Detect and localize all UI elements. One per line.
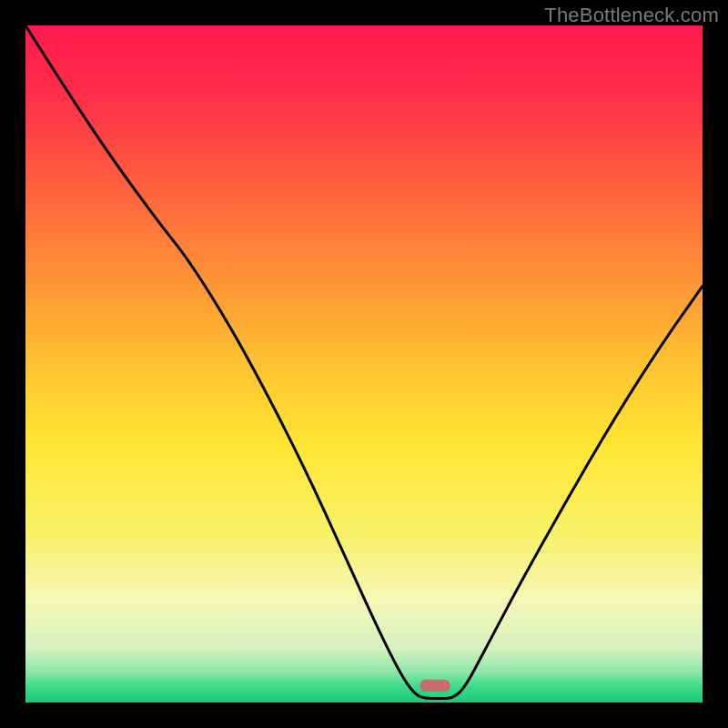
bottleneck-chart	[25, 25, 703, 703]
watermark-text: TheBottleneck.com	[544, 4, 719, 27]
chart-frame: TheBottleneck.com	[0, 0, 728, 728]
plot-area	[25, 25, 703, 703]
optimal-marker	[420, 680, 450, 692]
